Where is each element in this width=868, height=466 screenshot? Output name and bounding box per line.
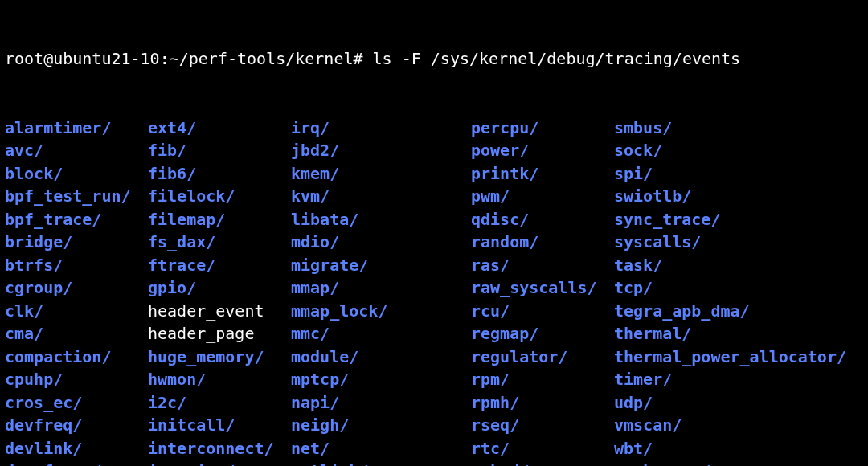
ls-entry-dir: bpf_trace/ xyxy=(5,208,148,231)
ls-entry-dir: thermal_power_allocator/ xyxy=(614,345,863,369)
ls-entry-dir: filelock/ xyxy=(148,185,291,208)
ls-entry-dir: spi/ xyxy=(614,162,863,186)
ls-entry-dir: i2c/ xyxy=(148,391,291,415)
ls-column: irq/jbd2/kmem/kvm/libata/mdio/migrate/mm… xyxy=(291,117,471,467)
ls-entry-dir: mmc/ xyxy=(291,322,471,345)
ls-entry-dir: libata/ xyxy=(291,208,471,231)
ls-entry-dir: fib/ xyxy=(148,139,291,162)
ls-entry-dir: sync_trace/ xyxy=(614,208,863,231)
ls-entry-dir: vmscan/ xyxy=(614,414,863,437)
ls-entry-dir: task/ xyxy=(614,254,863,277)
ls-entry-dir: mdio/ xyxy=(291,231,471,254)
terminal-output[interactable]: root@ubuntu21-10:~/perf-tools/kernel# ls… xyxy=(0,0,868,466)
ls-output-columns: alarmtimer/avc/block/bpf_test_run/bpf_tr… xyxy=(5,117,863,467)
ls-entry-dir: rpm/ xyxy=(471,368,614,391)
ls-entry-dir: ftrace/ xyxy=(148,254,291,277)
ls-entry-dir: syscalls/ xyxy=(614,231,863,254)
ls-entry-dir: kvm/ xyxy=(291,185,471,208)
ls-entry-dir: huge_memory/ xyxy=(148,345,291,369)
ls-entry-dir: io_uring/ xyxy=(148,460,291,466)
ls-entry-dir: devlink/ xyxy=(5,437,148,460)
command-text: ls -F /sys/kernel/debug/tracing/events xyxy=(373,49,741,68)
ls-entry-dir: neigh/ xyxy=(291,414,471,437)
ls-column: ext4/fib/fib6/filelock/filemap/fs_dax/ft… xyxy=(148,117,291,467)
ls-entry-dir: timer/ xyxy=(614,368,863,391)
ls-entry-dir: cgroup/ xyxy=(5,276,148,300)
ls-entry-dir: swiotlb/ xyxy=(614,185,863,208)
ls-entry-dir: ras/ xyxy=(471,254,614,277)
ls-entry-dir: filemap/ xyxy=(148,208,291,231)
ls-entry-dir: sched/ xyxy=(471,460,614,466)
ls-entry-dir: tcp/ xyxy=(614,276,863,300)
ls-entry-dir: regulator/ xyxy=(471,345,614,369)
ls-entry-dir: mmap_lock/ xyxy=(291,300,471,323)
ls-entry-dir: avc/ xyxy=(5,139,148,162)
ls-entry-dir: napi/ xyxy=(291,391,471,415)
ls-entry-dir: regmap/ xyxy=(471,322,614,345)
ls-entry-dir: block/ xyxy=(5,162,148,186)
ls-entry-dir: net/ xyxy=(291,437,471,460)
prompt-user-host: root@ubuntu21-10 xyxy=(5,49,160,68)
ls-entry-dir: thermal/ xyxy=(614,322,863,345)
ls-entry-file: header_event xyxy=(148,300,291,323)
ls-entry-dir: devfreq/ xyxy=(5,414,148,437)
ls-column: alarmtimer/avc/block/bpf_test_run/bpf_tr… xyxy=(5,117,148,467)
ls-entry-dir: module/ xyxy=(291,345,471,369)
ls-entry-dir: dma_fence/ xyxy=(5,460,148,466)
ls-entry-dir: rcu/ xyxy=(471,300,614,323)
ls-entry-dir: bpf_test_run/ xyxy=(5,185,148,208)
ls-entry-dir: netlink/ xyxy=(291,460,471,466)
ls-entry-dir: alarmtimer/ xyxy=(5,117,148,140)
ls-entry-dir: fib6/ xyxy=(148,162,291,186)
ls-column: smbus/sock/spi/swiotlb/sync_trace/syscal… xyxy=(614,117,863,467)
ls-entry-dir: bridge/ xyxy=(5,231,148,254)
ls-entry-dir: percpu/ xyxy=(471,117,614,140)
ls-entry-dir: workqueue/ xyxy=(614,460,863,466)
ls-entry-dir: hwmon/ xyxy=(148,368,291,391)
ls-entry-dir: initcall/ xyxy=(148,414,291,437)
ls-entry-dir: ext4/ xyxy=(148,117,291,140)
ls-column: percpu/power/printk/pwm/qdisc/random/ras… xyxy=(471,117,614,467)
ls-entry-dir: pwm/ xyxy=(471,185,614,208)
prompt-sep2: # xyxy=(353,49,372,68)
ls-entry-dir: tegra_apb_dma/ xyxy=(614,300,863,323)
ls-entry-dir: interconnect/ xyxy=(148,437,291,460)
ls-entry-dir: raw_syscalls/ xyxy=(471,276,614,300)
ls-entry-dir: power/ xyxy=(471,139,614,162)
ls-entry-dir: wbt/ xyxy=(614,437,863,460)
ls-entry-dir: jbd2/ xyxy=(291,139,471,162)
ls-entry-dir: cpuhp/ xyxy=(5,368,148,391)
ls-entry-dir: smbus/ xyxy=(614,117,863,140)
ls-entry-dir: gpio/ xyxy=(148,276,291,300)
ls-entry-dir: random/ xyxy=(471,231,614,254)
ls-entry-dir: clk/ xyxy=(5,300,148,323)
ls-entry-dir: rtc/ xyxy=(471,437,614,460)
ls-entry-dir: mmap/ xyxy=(291,276,471,300)
ls-entry-dir: sock/ xyxy=(614,139,863,162)
ls-entry-dir: compaction/ xyxy=(5,345,148,369)
ls-entry-dir: udp/ xyxy=(614,391,863,415)
shell-prompt: root@ubuntu21-10:~/perf-tools/kernel# ls… xyxy=(5,47,863,71)
ls-entry-dir: irq/ xyxy=(291,117,471,140)
ls-entry-dir: fs_dax/ xyxy=(148,231,291,254)
ls-entry-dir: kmem/ xyxy=(291,162,471,186)
ls-entry-file: header_page xyxy=(148,322,291,345)
ls-entry-dir: btrfs/ xyxy=(5,254,148,277)
ls-entry-dir: rpmh/ xyxy=(471,391,614,415)
ls-entry-dir: migrate/ xyxy=(291,254,471,277)
prompt-cwd: ~/perf-tools/kernel xyxy=(170,49,354,68)
ls-entry-dir: qdisc/ xyxy=(471,208,614,231)
ls-entry-dir: cros_ec/ xyxy=(5,391,148,415)
prompt-sep1: : xyxy=(160,49,170,68)
ls-entry-dir: mptcp/ xyxy=(291,368,471,391)
ls-entry-dir: rseq/ xyxy=(471,414,614,437)
ls-entry-dir: printk/ xyxy=(471,162,614,186)
ls-entry-dir: cma/ xyxy=(5,322,148,345)
